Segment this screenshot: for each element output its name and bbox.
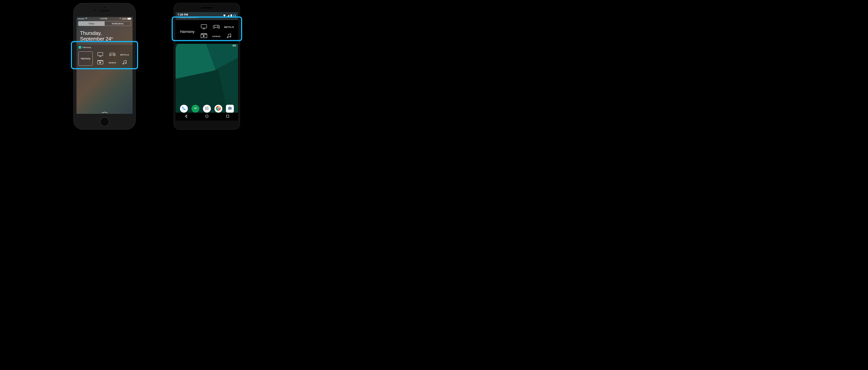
harmony-widget-body: Harmony NETFLIX (176, 20, 238, 44)
signal-dots-icon: ●●●●● (78, 18, 85, 20)
hangouts-icon (193, 106, 197, 111)
date-line1: Thursday, (80, 30, 129, 36)
today-date: Thursday, September 24th (76, 26, 132, 44)
gamepad-icon (109, 53, 116, 57)
status-left: ●●●●● (78, 18, 87, 20)
earpiece-speaker (99, 10, 110, 11)
activity-grid: NETFLIX SONOS (94, 52, 131, 66)
hub-label: Harmony (81, 57, 91, 60)
svg-rect-13 (231, 14, 232, 15)
music-note-icon (226, 33, 232, 39)
svg-point-41 (206, 115, 208, 117)
today-view-grabber-icon[interactable] (101, 111, 108, 113)
signal-icon (227, 14, 229, 18)
status-date: Thursday, September 24 (178, 16, 199, 19)
android-device-frame: 7:29 PM Thursday, September 24 Harmony (174, 3, 240, 130)
android-notification-shade: Harmony NETFLIX (176, 20, 238, 44)
film-play-icon (97, 60, 103, 65)
front-camera (94, 9, 95, 11)
iphone-home-button[interactable] (100, 117, 110, 127)
svg-point-20 (218, 27, 219, 27)
dock-app-chrome[interactable] (214, 105, 222, 113)
activity-play-game[interactable] (106, 52, 119, 58)
status-clock: 7:29 PM (100, 18, 107, 20)
earpiece-speaker (201, 7, 213, 8)
tv-icon (200, 24, 207, 30)
activity-play-game[interactable] (211, 23, 223, 31)
activity-sonos[interactable]: SONOS (106, 59, 119, 66)
dock-app-phone[interactable] (180, 105, 188, 113)
svg-rect-1 (131, 19, 131, 19)
svg-point-37 (218, 107, 219, 109)
ios-notification-center: ●●●●● 7:29 PM 100% Today Notifications (76, 17, 132, 114)
status-right: 100% (120, 18, 131, 20)
chrome-icon (216, 106, 221, 112)
activity-sonos[interactable]: SONOS (211, 32, 223, 40)
svg-rect-24 (194, 108, 195, 109)
music-note-icon (122, 60, 127, 66)
activity-netflix[interactable]: NETFLIX (223, 23, 235, 31)
battery-percent: 100% (122, 18, 127, 20)
android-dock (176, 105, 238, 113)
svg-rect-42 (226, 115, 229, 117)
svg-point-31 (208, 108, 209, 109)
drag-handle-icon (232, 45, 236, 45)
nav-recents-button[interactable] (226, 114, 229, 119)
svg-point-28 (208, 107, 209, 107)
tab-notifications[interactable]: Notifications (105, 22, 131, 26)
svg-point-33 (207, 109, 207, 110)
shade-expand-handle[interactable] (176, 44, 238, 45)
harmony-hub-tile[interactable]: Harmony (178, 23, 196, 40)
gamepad-icon (213, 25, 220, 30)
dock-app-camera[interactable] (226, 105, 234, 113)
svg-point-30 (207, 108, 207, 109)
android-navigation-bar (176, 113, 238, 121)
svg-point-29 (205, 108, 206, 109)
android-screen: 7:29 PM Thursday, September 24 Harmony (176, 12, 238, 121)
activity-watch-film[interactable] (198, 32, 210, 40)
tv-icon (97, 52, 103, 58)
status-clock: 7:29 PM (178, 13, 199, 16)
film-play-icon (200, 33, 208, 39)
bluetooth-icon (120, 18, 122, 20)
svg-rect-2 (98, 53, 103, 56)
ios-status-bar: ●●●●● 7:29 PM 100% (76, 17, 132, 20)
battery-icon (230, 14, 232, 18)
svg-rect-0 (128, 18, 131, 20)
svg-point-34 (208, 109, 209, 110)
harmony-widget-body: Harmony NETFLIX (76, 50, 132, 69)
profile-avatar-icon[interactable] (233, 14, 236, 18)
today-notifications-segmented-control[interactable]: Today Notifications (78, 21, 131, 26)
activity-watch-tv[interactable] (94, 52, 106, 58)
activity-netflix[interactable]: NETFLIX (119, 52, 131, 58)
svg-point-7 (113, 54, 114, 54)
svg-rect-12 (230, 15, 232, 17)
camera-icon (227, 106, 232, 111)
svg-point-8 (114, 55, 114, 55)
svg-point-39 (229, 108, 231, 109)
nav-back-button[interactable] (184, 114, 188, 119)
tab-today[interactable]: Today (78, 22, 105, 26)
svg-rect-14 (201, 25, 207, 28)
iphone-device-frame: ●●●●● 7:29 PM 100% Today Notifications (73, 3, 136, 130)
dock-app-hangouts[interactable] (191, 105, 199, 113)
hub-label: Harmony (180, 30, 194, 34)
activity-listen-music[interactable] (119, 59, 131, 66)
status-left: 7:29 PM Thursday, September 24 (178, 13, 199, 19)
svg-point-19 (218, 26, 218, 27)
activity-listen-music[interactable] (223, 32, 235, 40)
dock-app-drawer[interactable] (203, 105, 211, 113)
svg-rect-40 (229, 107, 231, 107)
harmony-widget-title: Harmony (83, 46, 91, 48)
phone-icon (182, 106, 186, 111)
wifi-icon (223, 14, 226, 18)
nav-home-button[interactable] (205, 114, 209, 119)
activity-watch-tv[interactable] (198, 23, 210, 31)
svg-point-32 (205, 109, 206, 110)
harmony-widget-header[interactable]: Harmony (76, 44, 132, 50)
harmony-hub-tile[interactable]: Harmony (79, 52, 93, 66)
activity-watch-film[interactable] (94, 59, 106, 66)
date-line2: September 24th (80, 36, 129, 42)
android-status-bar[interactable]: 7:29 PM Thursday, September 24 (176, 12, 238, 20)
wifi-icon (85, 18, 87, 20)
